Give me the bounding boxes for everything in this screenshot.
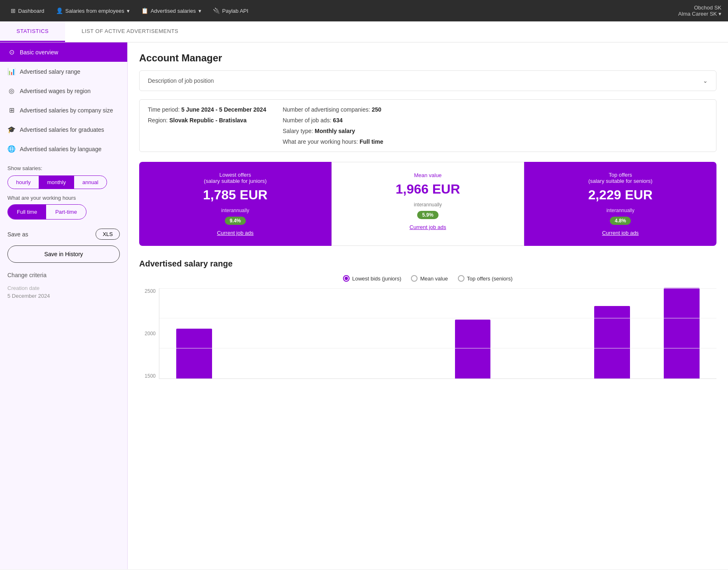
grid-line-mid: [159, 318, 716, 318]
description-box[interactable]: Description of job position ⌄: [139, 70, 716, 91]
save-history-button[interactable]: Save in History: [7, 245, 120, 263]
basic-overview-icon: ⊙: [7, 48, 16, 56]
dropdown-icon-employees: ▾: [127, 8, 130, 14]
wages-region-icon: ◎: [7, 87, 16, 95]
salary-toggle-section: Show salaries: hourly monthly annual Wha…: [0, 159, 127, 223]
toggle-annual[interactable]: annual: [74, 176, 107, 189]
salary-type-value: Monthly salary: [315, 128, 355, 134]
radio-lowest: [343, 275, 350, 282]
salary-type-toggle: hourly monthly annual: [7, 175, 107, 189]
show-salaries-label: Show salaries:: [7, 165, 120, 171]
bar-8: [664, 288, 699, 378]
creation-date-value: 5 December 2024: [0, 293, 127, 299]
nav-dashboard[interactable]: ⊞ Dashboard: [7, 5, 49, 16]
sidebar-item-basic-overview[interactable]: ⊙ Basic overview: [0, 42, 127, 62]
info-ad-companies: Number of advertising companies: 250: [282, 106, 383, 113]
bar-1: [176, 329, 212, 378]
sidebar-item-wages-region[interactable]: ◎ Advertised wages by region: [0, 81, 127, 100]
toggle-hourly[interactable]: hourly: [8, 176, 39, 189]
toggle-fulltime[interactable]: Full time: [8, 205, 46, 219]
nav-paylab-api[interactable]: 🔌 Paylab API: [209, 5, 253, 16]
description-label: Description of job position: [148, 77, 214, 84]
top-card-title: Top offers (salary suitable for seniors): [532, 172, 708, 184]
nav-right: Obchod SK Alma Career SK ▾: [678, 5, 721, 17]
bar-group-5: [438, 320, 508, 378]
legend-lowest[interactable]: Lowest bids (juniors): [343, 275, 401, 282]
top-card-link[interactable]: Current job ads: [532, 230, 708, 236]
chart-wrapper: 2500 2000 1500: [139, 288, 716, 379]
nav-advertised-salaries[interactable]: 📋 Advertised salaries ▾: [137, 5, 205, 16]
chart-title: Advertised salary range: [139, 259, 716, 269]
sidebar-item-language[interactable]: 🌐 Advertised salaries by language: [0, 139, 127, 159]
xls-button[interactable]: XLS: [96, 229, 120, 240]
main-tabs: STATISTICS LIST OF ACTIVE ADVERTISEMENTS: [0, 21, 728, 42]
layout: ⊙ Basic overview 📊 Advertised salary ran…: [0, 42, 728, 569]
top-card-badge: 4.8%: [610, 217, 631, 225]
grid-line-bottom: [159, 348, 716, 348]
bar-group-8: [647, 288, 716, 378]
nav-left: ⊞ Dashboard 👤 Salaries from employees ▾ …: [7, 5, 678, 16]
lowest-card-badge: 9.4%: [225, 217, 246, 225]
toggle-monthly[interactable]: monthly: [39, 176, 74, 189]
dropdown-icon-user: ▾: [719, 11, 721, 17]
nav-salaries-employees[interactable]: 👤 Salaries from employees ▾: [52, 5, 134, 16]
bar-group-1: [159, 329, 229, 378]
chart-legend: Lowest bids (juniors) Mean value Top off…: [139, 275, 716, 282]
salary-cards: Lowest offers (salary suitable for junio…: [139, 162, 716, 246]
info-region: Region: Slovak Republic - Bratislava: [148, 117, 266, 124]
sidebar-item-graduates[interactable]: 🎓 Advertised salaries for graduates: [0, 120, 127, 139]
top-card-interannually: interannually: [532, 208, 708, 213]
legend-top[interactable]: Top offers (seniors): [458, 275, 513, 282]
sidebar-label-wages-region: Advertised wages by region: [20, 88, 91, 94]
tab-statistics[interactable]: STATISTICS: [0, 21, 65, 42]
chart-section: Advertised salary range Lowest bids (jun…: [139, 259, 716, 379]
radio-mean: [411, 275, 418, 282]
sidebar: ⊙ Basic overview 📊 Advertised salary ran…: [0, 42, 128, 569]
nav-paylab-label: Paylab API: [222, 8, 249, 14]
user-name[interactable]: Alma Career SK ▾: [678, 11, 721, 17]
sidebar-item-company-size[interactable]: ⊞ Advertised salaries by company size: [0, 100, 127, 120]
info-job-ads: Number of job ads: 634: [282, 117, 383, 124]
info-salary-type: Salary type: Monthly salary: [282, 128, 383, 134]
main-content: Account Manager Description of job posit…: [128, 42, 728, 569]
y-label-2500: 2500: [139, 288, 156, 294]
bar-group-7: [577, 306, 647, 378]
legend-top-label: Top offers (seniors): [467, 276, 513, 282]
mean-card-link[interactable]: Current job ads: [340, 224, 516, 230]
mean-card-interannually: interannually: [340, 202, 516, 208]
employees-icon: 👤: [56, 7, 63, 14]
api-icon: 🔌: [213, 7, 220, 14]
sidebar-label-salary-range: Advertised salary range: [20, 68, 80, 75]
salary-card-top: Top offers (salary suitable for seniors)…: [524, 162, 716, 246]
nav-advertised-label: Advertised salaries: [151, 8, 196, 14]
info-col-right: Number of advertising companies: 250 Num…: [282, 106, 383, 145]
info-row: Time period: 5 June 2024 - 5 December 20…: [139, 99, 716, 152]
salary-range-icon: 📊: [7, 68, 16, 75]
salary-card-lowest: Lowest offers (salary suitable for junio…: [139, 162, 331, 246]
language-icon: 🌐: [7, 145, 16, 153]
lowest-card-link[interactable]: Current job ads: [147, 230, 323, 236]
tab-advertisements[interactable]: LIST OF ACTIVE ADVERTISEMENTS: [65, 21, 195, 42]
working-hours-label: What are your working hours: [7, 195, 120, 201]
advertised-icon: 📋: [141, 7, 148, 14]
save-as-label: Save as: [7, 231, 28, 238]
region-value: Slovak Republic - Bratislava: [169, 117, 247, 124]
sidebar-label-graduates: Advertised salaries for graduates: [20, 126, 104, 133]
toggle-parttime[interactable]: Part-time: [46, 205, 86, 219]
legend-mean[interactable]: Mean value: [411, 275, 448, 282]
grid-line-top: [159, 288, 716, 289]
sidebar-item-salary-range[interactable]: 📊 Advertised salary range: [0, 62, 127, 81]
y-label-1500: 1500: [139, 373, 156, 379]
change-criteria-label[interactable]: Change criteria: [0, 265, 127, 280]
job-ads-value: 634: [333, 117, 343, 124]
working-hours-toggle: Full time Part-time: [7, 204, 86, 220]
save-as-row: Save as XLS: [0, 223, 127, 243]
mean-card-title: Mean value: [340, 172, 516, 178]
chart-bars-container: [159, 288, 716, 379]
bar-7: [594, 306, 630, 378]
dashboard-icon: ⊞: [11, 7, 16, 14]
working-hours-value: Full time: [359, 138, 383, 145]
nav-dashboard-label: Dashboard: [18, 8, 44, 14]
chart-y-axis: 2500 2000 1500: [139, 288, 156, 379]
top-navigation: ⊞ Dashboard 👤 Salaries from employees ▾ …: [0, 0, 728, 21]
